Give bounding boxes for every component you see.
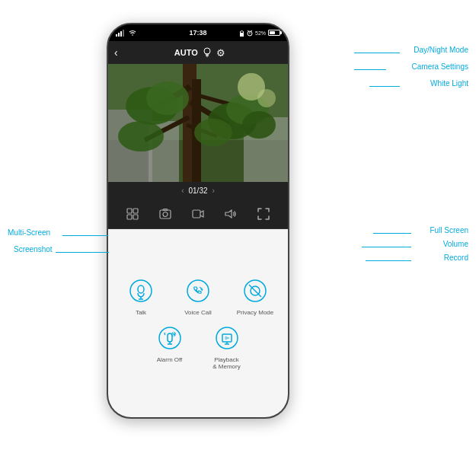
svg-point-4 <box>132 34 133 36</box>
svg-rect-32 <box>133 209 138 213</box>
lock-icon <box>239 30 244 37</box>
annotation-camera-settings: Camera Settings <box>412 62 468 71</box>
white-light-icon[interactable] <box>203 47 212 58</box>
svg-point-48 <box>159 327 180 349</box>
svg-line-7 <box>248 30 249 32</box>
svg-rect-3 <box>123 30 124 37</box>
voice-call-button[interactable]: Voice Call <box>177 276 219 317</box>
outer-wrapper: 17:38 52% <box>0 0 476 472</box>
action-row-1: Talk Voice Call <box>120 276 276 317</box>
alarm-off-button[interactable]: Alarm Off <box>149 323 190 371</box>
svg-point-26 <box>118 121 164 151</box>
svg-point-23 <box>146 81 189 115</box>
multi-screen-icon <box>126 208 139 220</box>
camera-nav: ‹ AUTO ⚙ <box>108 41 288 64</box>
playback-memory-label: Playback & Memory <box>212 356 240 371</box>
page-next-arrow[interactable]: › <box>212 187 215 195</box>
playback-memory-icon-wrap <box>212 323 242 353</box>
talk-label: Talk <box>136 309 146 317</box>
svg-rect-2 <box>120 31 122 37</box>
svg-rect-0 <box>116 34 117 37</box>
action-row-2: Alarm Off Playback & Memory <box>149 323 248 371</box>
voice-call-icon-wrap <box>183 276 213 306</box>
svg-rect-38 <box>193 210 200 218</box>
status-signal <box>116 29 136 37</box>
voice-call-icon <box>186 279 210 303</box>
annotation-full-screen: Full Screen <box>430 226 468 234</box>
voice-call-label: Voice Call <box>184 309 212 317</box>
talk-icon-wrap <box>126 276 156 306</box>
screenshot-button[interactable] <box>155 203 176 225</box>
page-number: 01/32 <box>188 187 207 195</box>
svg-rect-34 <box>133 215 138 219</box>
svg-point-30 <box>257 89 276 107</box>
controls-bar <box>108 199 288 229</box>
alarm-off-icon <box>158 326 182 350</box>
status-time: 17:38 <box>189 29 206 37</box>
svg-point-41 <box>138 285 144 293</box>
annotation-day-night-mode: Day/Night Mode <box>414 46 468 54</box>
svg-rect-35 <box>160 210 171 218</box>
fullscreen-button[interactable] <box>253 203 274 225</box>
fullscreen-icon <box>257 208 270 220</box>
annotation-volume: Volume <box>443 240 468 248</box>
privacy-mode-label: Privacy Mode <box>237 309 273 317</box>
svg-point-9 <box>204 48 210 54</box>
camera-feed: 08:11:10 <box>108 64 288 182</box>
svg-rect-31 <box>127 209 132 213</box>
page-indicator: ‹ 01/32 › <box>108 182 288 199</box>
auto-mode-label: AUTO <box>174 48 198 57</box>
annotation-multi-screen: Multi-Screen <box>8 228 50 237</box>
privacy-mode-icon-wrap <box>240 276 270 306</box>
battery-icon <box>268 30 280 36</box>
svg-rect-1 <box>118 33 120 37</box>
svg-rect-33 <box>127 215 132 219</box>
alarm-off-icon-wrap <box>155 323 185 353</box>
playback-memory-icon <box>215 326 239 350</box>
annotation-screenshot: Screenshot <box>14 245 53 254</box>
volume-icon <box>225 209 237 218</box>
svg-rect-5 <box>240 33 244 37</box>
volume-button[interactable] <box>220 203 241 225</box>
svg-marker-39 <box>225 210 232 218</box>
settings-icon[interactable]: ⚙ <box>216 47 225 59</box>
page-prev-arrow[interactable]: ‹ <box>181 187 184 195</box>
svg-line-8 <box>251 30 252 32</box>
playback-memory-button[interactable]: Playback & Memory <box>206 323 248 371</box>
svg-point-44 <box>187 280 209 301</box>
action-grid: Talk Voice Call <box>108 229 288 417</box>
battery-percent: 52% <box>255 30 266 36</box>
svg-point-25 <box>194 119 232 146</box>
annotation-white-light: White Light <box>430 79 468 88</box>
screenshot-icon <box>159 209 171 219</box>
alarm-off-label: Alarm Off <box>157 356 183 364</box>
svg-point-28 <box>242 111 276 139</box>
svg-point-36 <box>163 212 168 216</box>
status-right: 52% <box>239 30 280 37</box>
privacy-mode-icon <box>243 279 267 303</box>
battery-fill <box>270 31 275 34</box>
record-button[interactable] <box>187 203 209 225</box>
record-icon <box>192 209 204 218</box>
talk-icon <box>129 279 153 303</box>
annotation-record: Record <box>444 254 468 262</box>
talk-button[interactable]: Talk <box>120 276 162 317</box>
multi-screen-button[interactable] <box>122 203 143 225</box>
camera-view-svg <box>108 64 288 182</box>
phone-frame: 17:38 52% <box>107 23 289 419</box>
privacy-mode-button[interactable]: Privacy Mode <box>235 276 276 317</box>
status-bar: 17:38 52% <box>108 24 288 41</box>
cam-nav-center: AUTO ⚙ <box>118 47 282 59</box>
alarm-icon <box>247 30 253 37</box>
